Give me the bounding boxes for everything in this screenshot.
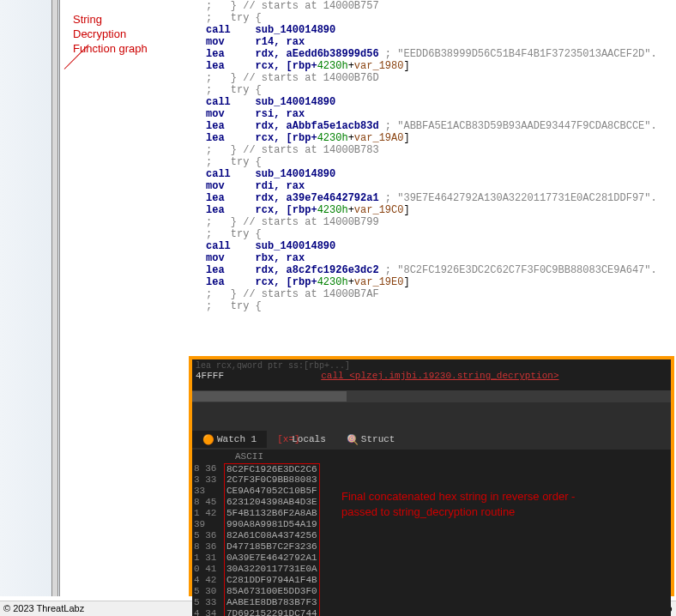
disasm-line[interactable]: lea rcx, [rbp+4230h+var_19A0] [206,132,676,144]
disasm-line[interactable]: ; } // starts at 14000B799 [206,216,676,228]
tab-struct[interactable]: 🍭Struct [336,431,406,448]
hex-addr: 5 33 [194,597,224,608]
disasm-line[interactable]: ; try { [206,228,676,240]
disasm-line[interactable]: lea rdx, a8c2fc1926e3dc2 ; "8C2FC1926E3D… [206,264,676,276]
disasm-line[interactable]: lea rcx, [rbp+4230h+var_1980] [206,60,676,72]
hex-row[interactable]: 4 42C281DDF9794A1F4B [194,575,671,586]
hex-ascii: 82A61C08A4374256 [224,530,320,541]
disasm-line[interactable]: ; try { [206,300,676,312]
hex-row[interactable]: 39990A8A9981D54A19 [194,519,671,530]
hex-row[interactable]: 4 347D692152291DC744 [194,608,671,616]
hex-addr: 3 33 [194,474,224,486]
hex-row[interactable]: 1 310A39E7E4642792A1 [194,553,671,564]
disasm-line[interactable]: call sub_140014890 [206,168,676,180]
hex-ascii: 0A39E7E4642792A1 [224,553,320,564]
hex-ascii: D477185B7C2F3236 [224,541,320,553]
disasm-line[interactable]: ; try { [206,12,676,24]
locals-icon: [x=] [277,434,287,444]
struct-icon: 🍭 [347,434,357,444]
ascii-header: ASCII [192,450,671,463]
hex-ascii: 6231204398AB4D3E [224,497,320,508]
watch-icon: 🟠 [202,434,213,444]
hex-ascii: 7D692152291DC744 [224,608,320,616]
hex-ascii: 85A673100E5DD3F0 [224,586,320,597]
tab-label: Struct [361,434,395,444]
disasm-line[interactable]: mov rdi, rax [206,180,676,192]
disasm-line[interactable]: lea rdx, aAbbfa5e1acb83d ; "ABBFA5E1ACB8… [206,120,676,132]
debugger-addr: 4FFFF [196,371,224,381]
hex-row[interactable]: 5 3085A673100E5DD3F0 [194,586,671,597]
horizontal-scrollbar[interactable] [192,390,671,402]
disasm-line[interactable]: lea rcx, [rbp+4230h+var_19E0] [206,276,676,288]
hex-addr: 0 41 [194,564,224,575]
tab-label: Locals [292,434,326,444]
hex-addr: 1 42 [194,508,224,519]
hex-ascii: CE9A647052C10B5F [224,486,320,497]
disasm-line[interactable]: call sub_140014890 [206,240,676,252]
disasm-line[interactable]: ; } // starts at 14000B7AF [206,288,676,300]
disassembly-listing[interactable]: ; } // starts at 14000B757; try {call su… [206,0,676,356]
hex-ascii: 8C2FC1926E3DC2C6 [224,463,320,474]
disasm-line[interactable]: ; } // starts at 14000B757 [206,0,676,12]
hex-addr: 5 30 [194,586,224,597]
tab-watch-1[interactable]: 🟠Watch 1 [192,431,267,448]
hex-dump[interactable]: 8 368C2FC1926E3DC2C63 332C7F3F0C9BB88083… [192,463,671,616]
hex-row[interactable]: 0 4130A3220117731E0A [194,564,671,575]
hex-ascii: 990A8A9981D54A19 [224,519,320,530]
disasm-line[interactable]: lea rcx, [rbp+4230h+var_19C0] [206,204,676,216]
disasm-line[interactable]: mov rsi, rax [206,108,676,120]
debugger-call-line: call <plzej.imjbi.19230.string_decryptio… [321,371,558,381]
disasm-line[interactable]: mov r14, rax [206,36,676,48]
hex-ascii: 5F4B1132B6F2A8AB [224,508,320,519]
hex-row[interactable]: 5 33AABE1E8DB783B7F3 [194,597,671,608]
tab-locals[interactable]: [x=]Locals [267,431,336,448]
copyright: © 2023 ThreatLabz [3,603,84,614]
hex-addr: 8 36 [194,463,224,474]
disasm-line[interactable]: call sub_140014890 [206,96,676,108]
hex-addr: 33 [194,486,224,497]
hex-addr: 4 42 [194,575,224,586]
disasm-line[interactable]: lea rdx, aEedd6b38999d56 ; "EEDD6B38999D… [206,48,676,60]
hex-ascii: C281DDF9794A1F4B [224,575,320,586]
hex-row[interactable]: 3 332C7F3F0C9BB88083 [194,474,671,486]
annotation-bottom: Final concatenated hex string in reverse… [341,489,575,520]
hex-row[interactable]: 8 36D477185B7C2F3236 [194,541,671,553]
hex-addr: 39 [194,519,224,530]
disasm-line[interactable]: ; try { [206,84,676,96]
hex-ascii: AABE1E8DB783B7F3 [224,597,320,608]
hex-row[interactable]: 5 3682A61C08A4374256 [194,530,671,541]
hex-ascii: 2C7F3F0C9BB88083 [224,474,320,486]
hex-addr: 8 45 [194,497,224,508]
minimap-strip[interactable] [51,0,58,596]
disasm-line[interactable]: call sub_140014890 [206,24,676,36]
disasm-line[interactable]: lea rdx, a39e7e4642792a1 ; "39E7E4642792… [206,192,676,204]
hex-addr: 8 36 [194,541,224,553]
hex-addr: 4 34 [194,608,224,616]
tab-label: Watch 1 [217,434,257,444]
scroll-thumb[interactable] [192,391,347,402]
debugger-tabs: 🟠Watch 1[x=]Locals🍭Struct [192,428,671,450]
disasm-line[interactable]: ; } // starts at 14000B783 [206,144,676,156]
hex-row[interactable]: 8 368C2FC1926E3DC2C6 [194,463,671,474]
debugger-panel: lea rcx,qword ptr ss:[rbp+...] 4FFFF cal… [189,356,674,596]
hex-addr: 1 31 [194,553,224,564]
disasm-line[interactable]: ; try { [206,156,676,168]
disasm-line[interactable]: ; } // starts at 14000B76D [206,72,676,84]
hex-addr: 5 36 [194,530,224,541]
debugger-code-line: lea rcx,qword ptr ss:[rbp+...] 4FFFF cal… [192,359,671,390]
disasm-line[interactable]: mov rbx, rax [206,252,676,264]
hex-ascii: 30A3220117731E0A [224,564,320,575]
